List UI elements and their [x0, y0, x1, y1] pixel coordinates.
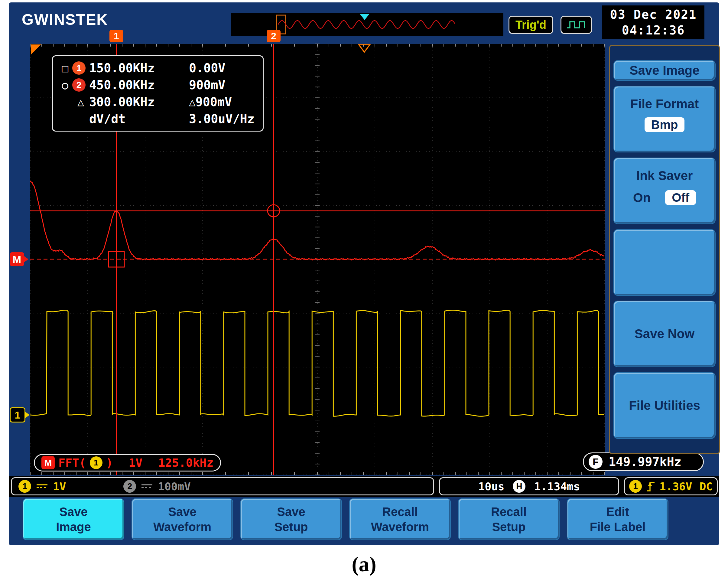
- bottom-menu-recall-setup[interactable]: RecallSetup: [458, 499, 560, 540]
- rising-edge-icon: [646, 480, 656, 493]
- cursor1-row: □ 1 150.00KHz 0.00V: [58, 59, 258, 77]
- math-channel-position-marker: M: [10, 252, 24, 266]
- status-bar: 1 1V 2 100mV 10us H 1.134ms 1 1.36V DC: [9, 476, 719, 497]
- file-format-value: Bmp: [645, 117, 685, 132]
- fft-function-label: FFT(: [58, 456, 86, 469]
- brand-logo: GWINSTEK: [22, 11, 108, 28]
- cursor1-badge: 1: [72, 61, 85, 75]
- dc-coupling-icon: [140, 483, 154, 489]
- frequency-counter-readout: F 149.997kHz: [583, 453, 704, 471]
- channel2-badge: 2: [123, 480, 136, 493]
- trigger-level: 1.36V: [659, 480, 692, 493]
- cursor1-top-tag: 1: [109, 30, 123, 42]
- dvdt-row: dV/dt 3.00uV/Hz: [58, 110, 258, 127]
- cursor2-voltage: 900mV: [189, 78, 258, 92]
- horizontal-badge: H: [513, 480, 525, 493]
- bottom-menu-save-image[interactable]: SaveImage: [23, 499, 124, 540]
- figure-caption: (a): [0, 552, 728, 577]
- frequency-badge: F: [589, 455, 602, 469]
- fft-scale: 1V: [129, 456, 142, 469]
- dc-coupling-icon: [35, 483, 49, 489]
- channel2-scale: 100mV: [158, 480, 190, 493]
- dvdt-value: 3.00uV/Hz: [189, 112, 258, 126]
- fft-function-close: ): [106, 456, 113, 469]
- channel1-status: 1 1V: [19, 480, 66, 493]
- circle-marker-icon: ○: [58, 79, 72, 91]
- horizontal-position: 1.134ms: [534, 480, 580, 493]
- channels-status-box: 1 1V 2 100mV: [11, 477, 434, 496]
- dvdt-label: dV/dt: [89, 112, 189, 126]
- cursor-delta-row: △ 300.00KHz △900mV: [58, 94, 258, 110]
- math-badge: M: [42, 456, 55, 469]
- square-marker-icon: □: [58, 62, 72, 74]
- channel1-badge: 1: [19, 480, 31, 493]
- trigger-status-badge: Trig'd: [509, 16, 553, 34]
- bottom-menu-edit-file-label[interactable]: EditFile Label: [567, 499, 669, 540]
- cursor2-badge: 2: [72, 78, 85, 92]
- timebase-status-box: 10us H 1.134ms: [439, 477, 619, 496]
- delta-frequency: 300.00KHz: [89, 95, 189, 109]
- ink-saver-label: Ink Saver: [636, 169, 693, 183]
- bottom-menu-save-waveform[interactable]: SaveWaveform: [131, 499, 233, 540]
- frequency-value: 149.997kHz: [608, 455, 681, 469]
- fft-source-channel-badge: 1: [90, 456, 103, 469]
- menu-title-save-image: Save Image: [614, 60, 716, 81]
- bottom-menu-recall-waveform[interactable]: RecallWaveform: [349, 499, 451, 540]
- trigger-type-pulse-icon: [561, 16, 592, 34]
- channel2-status: 2 100mV: [123, 480, 190, 493]
- ink-saver-off-option: Off: [665, 190, 696, 205]
- trigger-status-box: 1 1.36V DC: [624, 477, 718, 496]
- cursor2-top-tag: 2: [267, 30, 281, 42]
- trigger-coupling: DC: [700, 480, 712, 493]
- channel1-scale: 1V: [53, 480, 66, 493]
- trigger-source-badge: 1: [629, 480, 642, 493]
- cursor2-row: ○ 2 450.00KHz 900mV: [58, 77, 258, 94]
- ink-saver-on-option: On: [633, 191, 651, 205]
- cursor-measurements-panel: □ 1 150.00KHz 0.00V ○ 2 450.00KHz 900mV …: [52, 55, 264, 131]
- datetime-display: 03 Dec 2021 04:12:36: [602, 5, 704, 39]
- delta-voltage: △900mV: [189, 95, 258, 109]
- side-menu-panel: Save Image File Format Bmp Ink Saver On …: [609, 45, 720, 454]
- delta-marker-icon: △: [189, 96, 196, 108]
- date-text: 03 Dec 2021: [610, 7, 697, 22]
- cursor1-frequency: 150.00KHz: [89, 61, 189, 75]
- cursor1-voltage: 0.00V: [189, 61, 258, 75]
- channel1-position-marker: 1: [10, 407, 25, 423]
- waveform-display: 1 2 □ 1 150.00KHz 0.00V ○ 2 450.00KHz 90…: [30, 44, 605, 475]
- pulse-wave-icon: [566, 19, 587, 30]
- empty-menu-button[interactable]: [614, 229, 716, 296]
- math-channel-readout: M FFT( 1 ) 1V 125.0kHz: [34, 454, 221, 472]
- file-utilities-button[interactable]: File Utilities: [614, 372, 716, 439]
- time-text: 04:12:36: [622, 22, 685, 38]
- ink-saver-button[interactable]: Ink Saver On Off: [614, 157, 716, 224]
- fft-span: 125.0kHz: [158, 456, 213, 469]
- file-format-button[interactable]: File Format Bmp: [614, 86, 716, 152]
- timebase-value: 10us: [478, 480, 504, 493]
- cursor2-frequency: 450.00KHz: [89, 78, 189, 92]
- bottom-menu-save-setup[interactable]: SaveSetup: [240, 499, 342, 540]
- delta-marker-icon: △: [72, 96, 89, 108]
- file-format-label: File Format: [630, 97, 699, 111]
- oscilloscope-frame: GWINSTEK Trig'd 03 Dec 2021 04:12:36 1 2…: [9, 2, 719, 545]
- save-now-button[interactable]: Save Now: [614, 301, 716, 367]
